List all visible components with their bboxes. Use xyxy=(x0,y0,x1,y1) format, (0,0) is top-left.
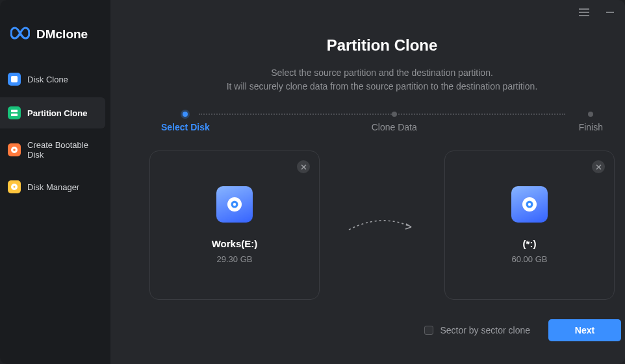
source-title: Works(E:) xyxy=(212,238,258,249)
bootable-disk-icon xyxy=(8,143,21,156)
page-title: Partition Clone xyxy=(110,36,625,55)
destination-title: (*:) xyxy=(523,238,537,249)
disk-manager-icon xyxy=(8,180,21,193)
svg-rect-0 xyxy=(11,76,18,82)
step-dot-icon xyxy=(588,112,593,117)
checkbox-icon[interactable] xyxy=(424,326,433,335)
clear-destination-icon[interactable] xyxy=(592,160,605,173)
checkbox-label: Sector by sector clone xyxy=(440,325,530,335)
svg-point-9 xyxy=(233,203,236,206)
source-partition-card[interactable]: Works(E:) 29.30 GB xyxy=(149,151,320,300)
app-name: DMclone xyxy=(36,27,88,42)
destination-size: 60.00 GB xyxy=(512,254,548,264)
step-clone-data: Clone Data xyxy=(372,112,417,132)
disk-selection-row: Works(E:) 29.30 GB (*:) 60.00 GB xyxy=(149,151,615,300)
progress-steps: Select Disk Clone Data Finish xyxy=(161,112,603,132)
sector-by-sector-option[interactable]: Sector by sector clone xyxy=(424,325,530,335)
menu-icon[interactable] xyxy=(578,6,590,18)
svg-point-6 xyxy=(14,186,16,188)
source-size: 29.30 GB xyxy=(217,254,253,264)
sidebar-item-disk-clone[interactable]: Disk Clone xyxy=(0,64,110,95)
clear-source-icon[interactable] xyxy=(297,160,310,173)
sidebar-item-label: Create Bootable Disk xyxy=(27,140,103,160)
svg-rect-2 xyxy=(11,114,18,116)
step-dot-icon xyxy=(392,112,397,117)
sidebar-item-label: Disk Clone xyxy=(27,75,68,84)
step-finish: Finish xyxy=(579,112,603,132)
main-panel: Partition Clone Select the source partit… xyxy=(110,0,625,364)
sidebar-item-label: Disk Manager xyxy=(27,182,79,192)
footer: Sector by sector clone Next xyxy=(110,319,625,341)
sidebar-item-disk-manager[interactable]: Disk Manager xyxy=(0,171,110,202)
svg-point-4 xyxy=(13,149,16,151)
app-logo: DMclone xyxy=(0,26,110,61)
partition-clone-icon xyxy=(8,106,21,119)
svg-point-12 xyxy=(528,203,531,206)
sidebar-item-label: Partition Clone xyxy=(27,108,87,118)
arrow-icon xyxy=(343,215,421,235)
step-dot-icon xyxy=(183,112,188,117)
disk-icon xyxy=(216,186,253,223)
destination-partition-card[interactable]: (*:) 60.00 GB xyxy=(444,151,615,300)
disk-clone-icon xyxy=(8,73,21,86)
page-description: Select the source partition and the dest… xyxy=(110,66,625,93)
disk-icon xyxy=(511,186,548,223)
next-button[interactable]: Next xyxy=(548,319,621,341)
step-select-disk: Select Disk xyxy=(161,112,210,132)
sidebar: DMclone Disk Clone Partition Clone Creat… xyxy=(0,0,110,364)
sidebar-item-create-bootable-disk[interactable]: Create Bootable Disk xyxy=(0,131,110,169)
titlebar xyxy=(110,0,625,25)
sidebar-item-partition-clone[interactable]: Partition Clone xyxy=(0,97,105,128)
infinity-icon xyxy=(10,26,30,43)
minimize-icon[interactable] xyxy=(604,6,616,18)
svg-rect-1 xyxy=(11,110,18,112)
